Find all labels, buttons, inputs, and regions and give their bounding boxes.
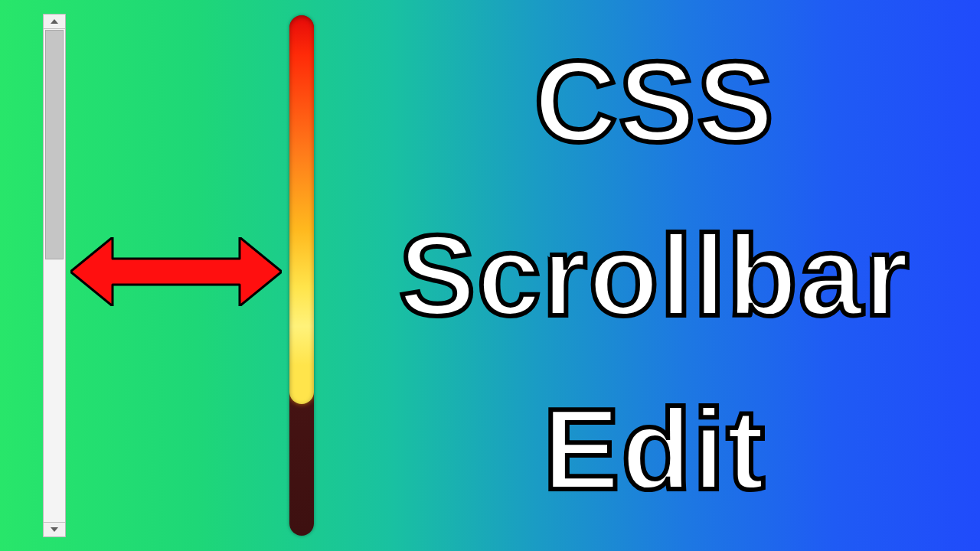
styled-scrollbar-thumb[interactable]	[289, 15, 314, 404]
scroll-down-button[interactable]	[44, 522, 65, 536]
chevron-down-icon	[51, 527, 58, 532]
title-line-2: Scrollbar	[399, 218, 910, 333]
title-line-3: Edit	[543, 392, 766, 507]
default-scrollbar[interactable]	[43, 14, 66, 537]
scroll-up-button[interactable]	[44, 15, 65, 29]
chevron-up-icon	[51, 19, 58, 24]
default-scrollbar-thumb[interactable]	[45, 30, 64, 259]
title-block: CSS Scrollbar Edit	[329, 0, 980, 551]
double-arrow-icon	[70, 237, 282, 306]
styled-scrollbar[interactable]	[289, 15, 314, 536]
title-line-1: CSS	[534, 44, 775, 159]
